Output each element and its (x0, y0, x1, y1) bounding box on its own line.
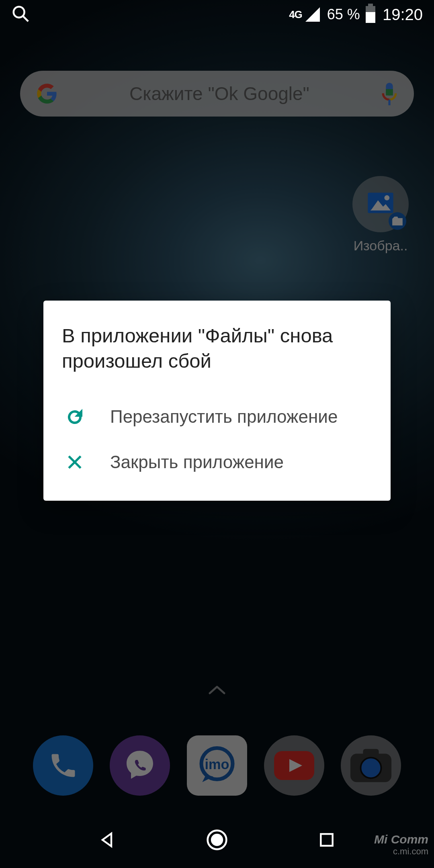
watermark: Mi Comm c.mi.com (374, 833, 428, 857)
restart-icon (64, 407, 85, 428)
svg-point-0 (14, 7, 25, 18)
watermark-line2: c.mi.com (374, 846, 428, 857)
crash-dialog: В приложении "Файлы" снова произошел сбо… (43, 301, 391, 501)
svg-point-22 (211, 834, 223, 846)
svg-rect-23 (321, 834, 333, 845)
restart-label: Перезапустить приложение (110, 405, 338, 428)
svg-marker-20 (102, 833, 111, 846)
system-nav-bar (0, 812, 434, 868)
close-app-option[interactable]: Закрыть приложение (62, 440, 372, 485)
battery-percent: 65 % (327, 6, 360, 23)
signal-icon (305, 7, 320, 22)
search-icon[interactable] (11, 4, 30, 25)
nav-back-button[interactable] (95, 828, 119, 852)
restart-app-option[interactable]: Перезапустить приложение (62, 394, 372, 439)
status-bar: 4G 65 % 19:20 (0, 0, 434, 29)
battery-icon (366, 6, 375, 23)
close-icon (64, 452, 85, 473)
network-type-label: 4G (289, 8, 302, 21)
svg-line-1 (23, 16, 28, 21)
dialog-title: В приложении "Файлы" снова произошел сбо… (62, 323, 372, 373)
nav-home-button[interactable] (205, 828, 229, 852)
nav-recents-button[interactable] (315, 828, 339, 852)
close-label: Закрыть приложение (110, 451, 284, 473)
clock: 19:20 (383, 6, 423, 24)
watermark-line1: Mi Comm (374, 833, 428, 846)
